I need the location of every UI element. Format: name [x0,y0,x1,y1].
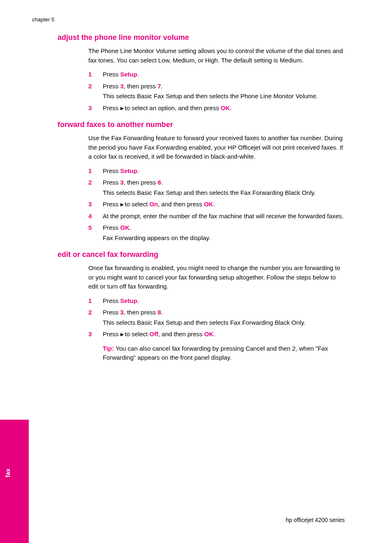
step-item: 3Press ▶ to select On, and then press OK… [88,200,345,210]
keyword: OK [120,224,130,231]
step-line: At the prompt, enter the number of the f… [103,212,345,221]
step-item: 3Press ▶ to select an option, and then p… [88,104,345,114]
step-line: Press 3, then press 8. [103,308,345,317]
page-number: 62 [36,516,43,525]
step-number: 3 [88,104,103,114]
step-line: This selects Basic Fax Setup and then se… [103,318,345,328]
step-line: This selects Basic Fax Setup and then se… [103,188,345,198]
keyword: 3 [120,179,124,186]
step-number: 1 [88,296,103,307]
steps-list: 1Press Setup.2Press 3, then press 8.This… [88,166,345,244]
steps-list: 1Press Setup.2Press 3, then press 8.This… [88,296,345,340]
step-number: 3 [88,200,103,210]
chapter-label: chapter 5 [32,16,54,24]
keyword: Off [150,330,159,337]
steps-list: 1Press Setup.2Press 3, then press 7.This… [88,70,345,113]
step-body: Press Setup. [103,296,345,307]
step-number: 2 [88,308,103,328]
section-heading: edit or cancel fax forwarding [58,249,345,260]
step-item: 4At the prompt, enter the number of the … [88,212,345,222]
keyword: OK [204,201,213,208]
side-tab-label: fax [3,468,13,477]
tip-block: Tip: You can also cancel fax forwarding … [103,344,333,363]
step-number: 2 [88,178,103,198]
step-line: Press 3, then press 7. [103,82,345,91]
step-line: Press ▶ to select On, and then press OK. [103,200,345,209]
step-item: 2Press 3, then press 8.This selects Basi… [88,178,345,198]
step-item: 1Press Setup. [88,70,345,80]
step-line: Fax Forwarding appears on the display. [103,233,345,243]
step-body: Press 3, then press 7.This selects Basic… [103,82,345,102]
keyword: Setup [120,297,138,304]
step-line: Press ▶ to select an option, and then pr… [103,104,345,113]
keyword: 3 [120,309,124,316]
tip-label: Tip: [103,345,115,352]
right-arrow-icon: ▶ [120,106,125,111]
keyword: 3 [120,83,124,90]
keyword: 8 [157,179,161,186]
section-intro: The Phone Line Monitor Volume setting al… [88,46,345,65]
step-line: Press Setup. [103,296,345,306]
step-body: Press ▶ to select Off, and then press OK… [103,330,345,340]
section-intro: Once fax forwarding is enabled, you migh… [88,263,345,291]
side-tab: fax [0,420,29,543]
step-line: Press OK. [103,223,345,233]
step-body: Press 3, then press 8.This selects Basic… [103,178,345,198]
keyword: 8 [157,309,161,316]
step-number: 1 [88,70,103,80]
step-item: 2Press 3, then press 7.This selects Basi… [88,82,345,102]
step-number: 1 [88,166,103,177]
step-line: Press ▶ to select Off, and then press OK… [103,330,345,339]
section-heading: adjust the phone line monitor volume [58,32,345,43]
step-body: Press OK.Fax Forwarding appears on the d… [103,223,345,243]
step-body: Press ▶ to select On, and then press OK. [103,200,345,210]
step-line: This selects Basic Fax Setup and then se… [103,92,345,101]
step-item: 2Press 3, then press 8.This selects Basi… [88,308,345,328]
step-item: 1Press Setup. [88,166,345,177]
keyword: Setup [120,71,138,78]
step-item: 1Press Setup. [88,296,345,307]
keyword: OK [221,104,230,111]
keyword: 7 [157,83,161,90]
step-number: 2 [88,82,103,102]
step-line: Press 3, then press 8. [103,178,345,187]
step-item: 3Press ▶ to select Off, and then press O… [88,330,345,340]
step-item: 5Press OK.Fax Forwarding appears on the … [88,223,345,243]
step-body: Press Setup. [103,166,345,177]
step-body: Press Setup. [103,70,345,80]
keyword: OK [204,330,214,337]
step-number: 5 [88,223,103,243]
step-body: Press 3, then press 8.This selects Basic… [103,308,345,328]
tip-text: You can also cancel fax forwarding by pr… [103,345,328,361]
section-intro: Use the Fax Forwarding feature to forwar… [88,134,345,162]
keyword: Setup [120,167,138,174]
page-content: adjust the phone line monitor volumeThe … [58,26,345,363]
step-number: 3 [88,330,103,340]
right-arrow-icon: ▶ [120,332,125,337]
step-line: Press Setup. [103,166,345,176]
footer-product: hp officejet 4200 series [286,516,345,525]
step-number: 4 [88,212,103,222]
step-body: Press ▶ to select an option, and then pr… [103,104,345,114]
step-line: Press Setup. [103,70,345,79]
right-arrow-icon: ▶ [120,202,125,207]
step-body: At the prompt, enter the number of the f… [103,212,345,222]
keyword: On [150,201,158,208]
section-heading: forward faxes to another number [58,119,345,130]
